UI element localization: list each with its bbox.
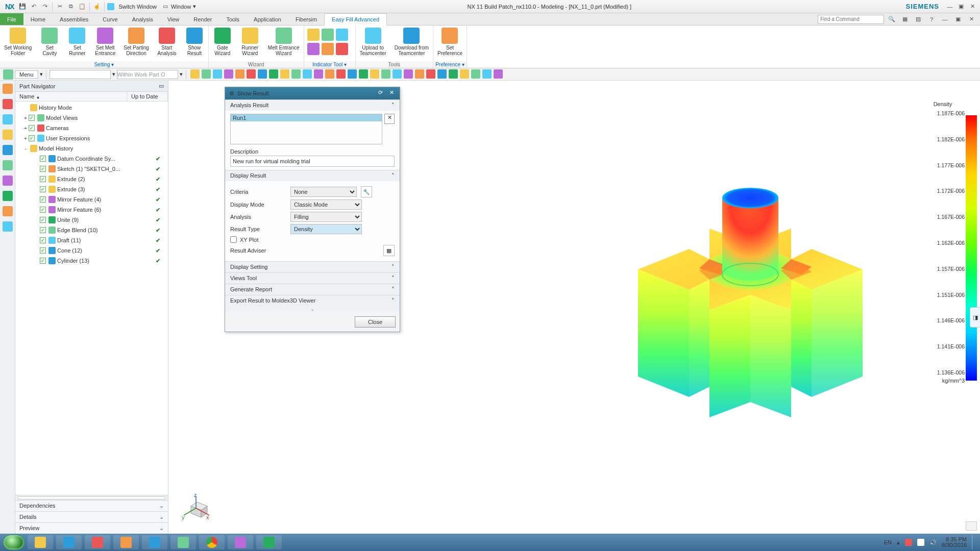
- indicator-button[interactable]: [322, 43, 334, 55]
- tab-render[interactable]: Render: [186, 13, 219, 25]
- tree-row[interactable]: ✓Sketch (1) "SKETCH_0...✔: [15, 164, 168, 174]
- tree-row[interactable]: ✓Draft (11)✔: [15, 235, 168, 245]
- switch-window-button[interactable]: Switch Window: [115, 4, 160, 10]
- toolstrip-icon[interactable]: [348, 69, 357, 79]
- dialog-resize-handle[interactable]: ⌄: [225, 306, 400, 312]
- result-adviser-button[interactable]: ▦: [383, 245, 395, 256]
- col-name[interactable]: Name ▲: [15, 92, 127, 101]
- tree-row[interactable]: +✓User Expressions: [15, 133, 168, 143]
- tab-fibersim[interactable]: Fibersim: [288, 13, 324, 25]
- ribbon-set-button[interactable]: SetPreference: [433, 26, 467, 61]
- toolstrip-icon[interactable]: [393, 69, 402, 79]
- tab-application[interactable]: Application: [247, 13, 288, 25]
- toolstrip-icon[interactable]: [269, 69, 278, 79]
- tab-analysis[interactable]: Analysis: [125, 13, 160, 25]
- toolstrip-icon[interactable]: [213, 69, 222, 79]
- tree-row[interactable]: ✓Mirror Feature (6)✔: [15, 205, 168, 215]
- description-input[interactable]: [230, 156, 395, 167]
- resize-grip[interactable]: [966, 521, 977, 531]
- navigator-tree[interactable]: History Mode+✓Model Views+✓Cameras+✓User…: [15, 102, 168, 495]
- toolstrip-icon[interactable]: [258, 69, 267, 79]
- tray-volume-icon[interactable]: 🔊: [929, 539, 937, 546]
- indicator-button[interactable]: [307, 29, 320, 41]
- toolstrip-icon[interactable]: [460, 69, 469, 79]
- window-menu-chevron-icon[interactable]: ▾: [191, 3, 198, 10]
- tree-checkbox[interactable]: ✓: [29, 125, 35, 131]
- layout1-icon[interactable]: ▦: [900, 15, 910, 24]
- start-button[interactable]: [3, 535, 24, 550]
- taskbar-explorer[interactable]: [28, 535, 53, 549]
- right-tray-handle[interactable]: ◨: [970, 307, 980, 328]
- taskbar-chrome[interactable]: [199, 535, 225, 549]
- view-triad[interactable]: z x y: [181, 493, 211, 523]
- toolstrip-icon[interactable]: [190, 69, 200, 79]
- criteria-select[interactable]: None: [290, 187, 357, 197]
- toolstrip-icon[interactable]: [471, 69, 480, 79]
- scope-select[interactable]: [117, 70, 178, 79]
- taskbar-acrobat[interactable]: [85, 535, 110, 549]
- layout2-icon[interactable]: ▨: [914, 15, 923, 24]
- section-preview[interactable]: Preview⌄: [15, 522, 168, 534]
- tree-row[interactable]: ✓Mirror Feature (4)✔: [15, 194, 168, 205]
- paste-icon[interactable]: 📋: [78, 2, 87, 11]
- tree-row[interactable]: ✓Unite (9)✔: [15, 215, 168, 225]
- window-menu[interactable]: Window: [171, 4, 191, 10]
- section-generate-report[interactable]: Generate Report˅: [225, 284, 400, 295]
- tree-checkbox[interactable]: ✓: [29, 115, 35, 121]
- ribbon-download-from-button[interactable]: Download fromTeamcenter: [390, 26, 433, 61]
- tray-flag-icon[interactable]: [905, 539, 912, 546]
- resbar-roles-icon[interactable]: [3, 191, 13, 201]
- switch-window-icon[interactable]: [107, 3, 114, 10]
- dialog-reset-icon[interactable]: ⟳: [376, 89, 384, 97]
- tree-checkbox[interactable]: ✓: [40, 247, 46, 254]
- tree-row[interactable]: ✓Extrude (3)✔: [15, 184, 168, 194]
- tab-view[interactable]: View: [160, 13, 187, 25]
- tree-checkbox[interactable]: ✓: [40, 176, 46, 182]
- mdi-minimize-button[interactable]: —: [940, 15, 949, 24]
- tree-checkbox[interactable]: ✓: [40, 156, 46, 162]
- resbar-reuse-icon[interactable]: [3, 130, 13, 140]
- criteria-settings-button[interactable]: 🔧: [361, 186, 372, 197]
- indicator-button[interactable]: [307, 43, 320, 55]
- tab-home[interactable]: Home: [23, 13, 53, 25]
- show-desktop-button[interactable]: [972, 535, 977, 549]
- tree-row[interactable]: ✓Extrude (2)✔: [15, 174, 168, 184]
- toolstrip-icon[interactable]: [224, 69, 233, 79]
- display-mode-select[interactable]: Classic Mode: [290, 199, 362, 210]
- ribbon-gate-button[interactable]: GateWizard: [209, 26, 236, 61]
- ribbon-set-button[interactable]: SetCavity: [36, 26, 63, 61]
- taskbar-app1[interactable]: [170, 535, 196, 549]
- tree-checkbox[interactable]: ✓: [40, 217, 46, 223]
- tree-checkbox[interactable]: ✓: [40, 237, 46, 243]
- ribbon-group-label[interactable]: Setting ▾: [0, 61, 208, 68]
- tree-checkbox[interactable]: ✓: [40, 196, 46, 203]
- taskbar-nx[interactable]: [256, 535, 282, 549]
- tree-row[interactable]: +✓Model Views: [15, 113, 168, 123]
- toolstrip-icon[interactable]: [415, 69, 424, 79]
- tree-row[interactable]: ✓Cylinder (13)✔: [15, 256, 168, 266]
- menu-button[interactable]: Menu: [15, 70, 38, 79]
- section-views-tool[interactable]: Views Tool˅: [225, 273, 400, 284]
- xy-plot-checkbox[interactable]: [230, 236, 237, 243]
- find-command-input[interactable]: [818, 15, 884, 24]
- toolstrip-icon[interactable]: [381, 69, 390, 79]
- tab-tools[interactable]: Tools: [219, 13, 247, 25]
- section-display-result[interactable]: Display Result˄: [225, 170, 400, 181]
- ribbon-set-melt-button[interactable]: Set MeltEntrance: [91, 26, 119, 61]
- tab-assemblies[interactable]: Assemblies: [53, 13, 95, 25]
- close-button[interactable]: ✕: [967, 2, 978, 11]
- resbar-process-icon[interactable]: [3, 221, 13, 232]
- tray-clock[interactable]: 8:35 PM8/30/2016: [942, 537, 967, 548]
- tree-checkbox[interactable]: ✓: [29, 135, 35, 141]
- taskbar-ie[interactable]: [56, 535, 82, 549]
- resbar-browser-icon[interactable]: [3, 160, 13, 170]
- ribbon-melt-entrance-button[interactable]: Melt EntranceWizard: [264, 26, 304, 61]
- toolstrip-icon[interactable]: [449, 69, 458, 79]
- menustrip-icon[interactable]: [3, 69, 13, 80]
- toolstrip-icon[interactable]: [235, 69, 244, 79]
- toolstrip-icon[interactable]: [303, 69, 312, 79]
- col-uptodate[interactable]: Up to Date: [127, 92, 168, 101]
- tree-checkbox[interactable]: ✓: [40, 258, 46, 264]
- toolstrip-icon[interactable]: [359, 69, 368, 79]
- section-details[interactable]: Details⌄: [15, 511, 168, 522]
